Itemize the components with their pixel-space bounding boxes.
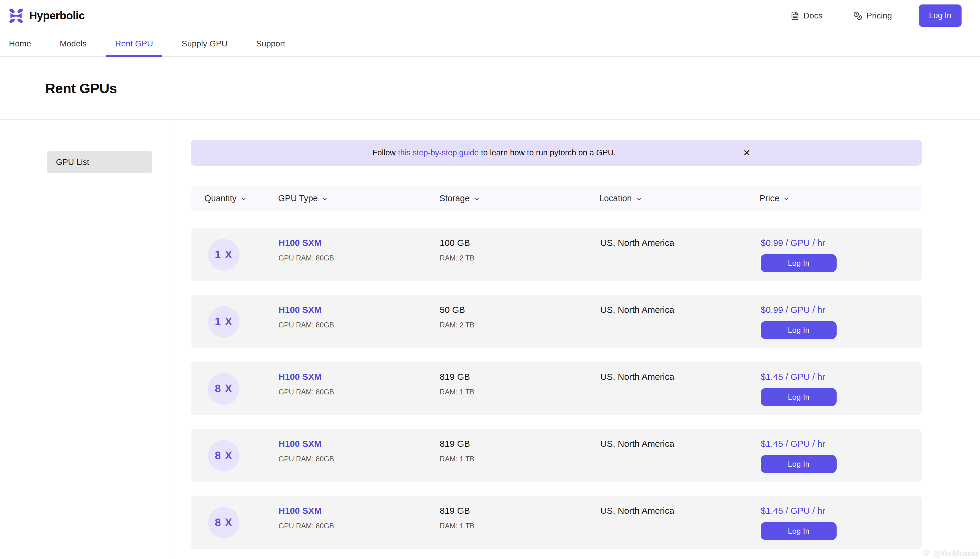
gpu-table-header: Quantity GPU Type Storage Location Price [191, 186, 922, 211]
quantity-value: 8 X [215, 450, 233, 462]
location-cell: US, North America [601, 506, 674, 516]
sidebar-item-gpu-list[interactable]: GPU List [47, 151, 152, 173]
chevron-down-icon [321, 195, 328, 202]
gpu-ram-label: GPU RAM: 80GB [279, 522, 334, 530]
gpu-type-cell: H100 SXM GPU RAM: 80GB [279, 506, 334, 530]
chevron-down-icon [240, 195, 247, 202]
chevron-down-icon [783, 195, 790, 202]
page-title: Rent GPUs [45, 80, 117, 96]
price-value: $1.45 / GPU / hr [761, 439, 836, 449]
gpu-row-list: 1 X H100 SXM GPU RAM: 80GB 100 GB RAM: 2… [191, 228, 980, 549]
storage-cell: 100 GB RAM: 2 TB [440, 238, 475, 262]
brand[interactable]: Hyperbolic [8, 8, 84, 23]
quantity-badge: 8 X [208, 440, 239, 471]
price-value: $0.99 / GPU / hr [761, 238, 836, 248]
gpu-ram-label: GPU RAM: 80GB [279, 388, 334, 396]
column-header-price[interactable]: Price [759, 186, 790, 211]
gpu-type-link[interactable]: H100 SXM [279, 439, 334, 449]
nav-tab-support[interactable]: Support [247, 31, 294, 56]
storage-value: 819 GB [440, 506, 475, 516]
ram-label: RAM: 1 TB [440, 388, 475, 396]
header-login-button[interactable]: Log In [919, 5, 962, 27]
price-cell: $0.99 / GPU / hr Log In [761, 238, 836, 272]
ram-label: RAM: 2 TB [440, 254, 475, 262]
column-header-location[interactable]: Location [599, 186, 643, 211]
quantity-badge: 8 X [208, 507, 239, 539]
gpu-type-cell: H100 SXM GPU RAM: 80GB [279, 372, 334, 396]
gpu-type-cell: H100 SXM GPU RAM: 80GB [279, 238, 334, 262]
price-value: $1.45 / GPU / hr [761, 372, 836, 382]
row-login-button[interactable]: Log In [761, 522, 836, 540]
column-label: GPU Type [278, 194, 318, 203]
price-cell: $0.99 / GPU / hr Log In [761, 305, 836, 339]
quantity-badge: 1 X [208, 239, 239, 271]
chevron-down-icon [474, 195, 480, 202]
location-cell: US, North America [601, 238, 674, 248]
nav-tab-models[interactable]: Models [51, 31, 96, 56]
gpu-type-link[interactable]: H100 SXM [279, 506, 334, 516]
quantity-badge: 8 X [208, 373, 239, 405]
close-icon: ✕ [743, 148, 750, 158]
storage-cell: 819 GB RAM: 1 TB [440, 506, 475, 530]
column-label: Storage [439, 194, 470, 203]
ram-label: RAM: 1 TB [440, 522, 475, 530]
location-value: US, North America [601, 238, 674, 248]
pricing-label: Pricing [866, 11, 892, 20]
location-value: US, North America [601, 372, 674, 382]
gpu-ram-label: GPU RAM: 80GB [279, 455, 334, 463]
document-icon [790, 11, 799, 20]
storage-cell: 819 GB RAM: 1 TB [440, 439, 475, 463]
nav-tab-supply-gpu[interactable]: Supply GPU [173, 31, 236, 56]
column-label: Quantity [205, 194, 236, 203]
column-header-gpu-type[interactable]: GPU Type [278, 186, 328, 211]
row-login-button[interactable]: Log In [761, 254, 836, 272]
storage-value: 50 GB [440, 305, 475, 315]
docs-button[interactable]: Docs [790, 11, 823, 20]
row-login-button[interactable]: Log In [761, 455, 836, 473]
location-cell: US, North America [601, 439, 674, 449]
pricing-button[interactable]: Pricing [853, 11, 892, 20]
storage-value: 819 GB [440, 372, 475, 382]
brand-name: Hyperbolic [29, 10, 84, 22]
content-area: GPU List Follow this step-by-step guide … [0, 120, 980, 559]
price-cell: $1.45 / GPU / hr Log In [761, 372, 836, 406]
column-header-storage[interactable]: Storage [439, 186, 480, 211]
gpu-type-cell: H100 SXM GPU RAM: 80GB [279, 439, 334, 463]
watermark-icon [921, 549, 931, 558]
gpu-ram-label: GPU RAM: 80GB [279, 321, 334, 329]
top-bar: Hyperbolic Docs Pricing Log In [0, 0, 980, 31]
banner-text-after: to learn how to run pytorch on a GPU. [479, 148, 616, 157]
location-cell: US, North America [601, 305, 674, 315]
banner-guide-link[interactable]: this step-by-step guide [398, 148, 479, 157]
price-cell: $1.45 / GPU / hr Log In [761, 439, 836, 473]
ram-label: RAM: 2 TB [440, 321, 475, 329]
gpu-type-link[interactable]: H100 SXM [279, 238, 334, 248]
location-value: US, North America [601, 439, 674, 449]
gpu-row: 8 X H100 SXM GPU RAM: 80GB 819 GB RAM: 1… [191, 428, 922, 482]
banner-close-button[interactable]: ✕ [740, 140, 754, 166]
location-cell: US, North America [601, 372, 674, 382]
price-value: $1.45 / GPU / hr [761, 506, 836, 516]
banner-text-before: Follow [373, 148, 398, 157]
title-section: Rent GPUs [0, 57, 980, 120]
nav-tab-home[interactable]: Home [0, 31, 40, 56]
column-header-quantity[interactable]: Quantity [205, 186, 247, 211]
gpu-row: 1 X H100 SXM GPU RAM: 80GB 100 GB RAM: 2… [191, 228, 922, 281]
gpu-type-link[interactable]: H100 SXM [279, 305, 334, 315]
gpu-type-link[interactable]: H100 SXM [279, 372, 334, 382]
banner-text: Follow this step-by-step guide to learn … [191, 140, 798, 166]
sidebar: GPU List [0, 120, 172, 559]
storage-cell: 50 GB RAM: 2 TB [440, 305, 475, 329]
location-value: US, North America [601, 506, 674, 516]
coins-icon [853, 11, 862, 20]
hyperbolic-logo-icon [8, 8, 24, 23]
gpu-row: 1 X H100 SXM GPU RAM: 80GB 50 GB RAM: 2 … [191, 295, 922, 348]
quantity-value: 1 X [215, 248, 233, 261]
nav-tab-rent-gpu[interactable]: Rent GPU [106, 31, 162, 56]
column-label: Location [599, 194, 632, 203]
main-nav: Home Models Rent GPU Supply GPU Support [0, 31, 980, 57]
location-value: US, North America [601, 305, 674, 315]
watermark: @0xMomo [921, 548, 978, 558]
row-login-button[interactable]: Log In [761, 321, 836, 339]
row-login-button[interactable]: Log In [761, 388, 836, 406]
